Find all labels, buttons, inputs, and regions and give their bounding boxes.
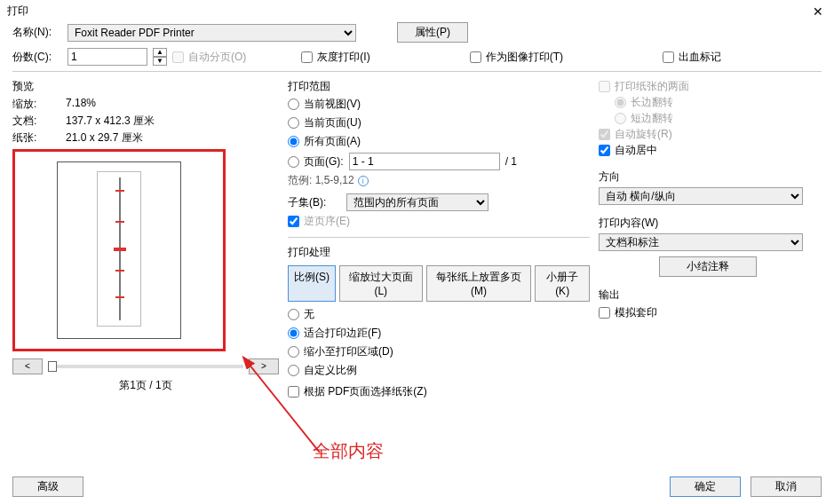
long-edge-radio: 长边翻转	[615, 95, 673, 110]
none-radio[interactable]: 无	[288, 307, 314, 322]
auto-center-checkbox[interactable]: 自动居中	[599, 143, 657, 158]
ok-button[interactable]: 确定	[670, 476, 741, 497]
current-page-radio[interactable]: 当前页面(U)	[288, 115, 361, 130]
handling-title: 打印处理	[288, 245, 590, 260]
content-select[interactable]: 文档和标注	[599, 233, 803, 251]
simulate-overprint-checkbox[interactable]: 模拟套印	[599, 305, 657, 320]
output-title: 输出	[599, 287, 816, 303]
close-icon[interactable]: ✕	[809, 4, 827, 19]
next-page-button[interactable]: >	[249, 358, 279, 374]
info-icon[interactable]: i	[358, 176, 369, 186]
doc-label: 文档:	[12, 114, 66, 129]
copies-down-icon[interactable]: ▼	[153, 57, 167, 66]
all-pages-radio[interactable]: 所有页面(A)	[288, 134, 361, 149]
orientation-title: 方向	[599, 169, 816, 185]
advanced-button[interactable]: 高级	[12, 476, 83, 497]
total-pages: / 1	[505, 155, 517, 168]
copies-input[interactable]	[68, 48, 147, 66]
reverse-checkbox[interactable]: 逆页序(E)	[288, 214, 350, 229]
window-title: 打印	[7, 4, 28, 19]
zoom-label: 缩放:	[12, 97, 66, 112]
bleed-checkbox[interactable]: 出血标记	[663, 50, 721, 65]
summarize-button[interactable]: 小结注释	[659, 256, 757, 277]
collate-checkbox: 自动分页(O)	[172, 50, 246, 65]
copies-up-icon[interactable]: ▲	[153, 48, 167, 57]
cancel-button[interactable]: 取消	[751, 476, 822, 497]
short-edge-radio: 短边翻转	[615, 111, 673, 126]
doc-value: 137.7 x 412.3 厘米	[66, 114, 279, 129]
scale-tab[interactable]: 比例(S)	[288, 265, 336, 302]
subset-select[interactable]: 范围内的所有页面	[346, 193, 488, 211]
current-view-radio[interactable]: 当前视图(V)	[288, 97, 361, 112]
as-image-checkbox[interactable]: 作为图像打印(T)	[470, 50, 563, 65]
paper-value: 21.0 x 29.7 厘米	[66, 130, 279, 146]
multipage-tab[interactable]: 每张纸上放置多页(M)	[426, 265, 532, 302]
pages-input[interactable]	[349, 153, 500, 170]
page-counter: 第1页 / 1页	[12, 378, 279, 393]
fit-radio[interactable]: 适合打印边距(F)	[288, 326, 381, 341]
content-title: 打印内容(W)	[599, 216, 816, 231]
page-slider[interactable]	[48, 365, 243, 368]
grayscale-checkbox[interactable]: 灰度打印(I)	[301, 50, 369, 65]
prev-page-button[interactable]: <	[12, 358, 43, 374]
orientation-select[interactable]: 自动 横向/纵向	[599, 187, 803, 205]
subset-label: 子集(B):	[288, 195, 341, 210]
range-title: 打印范围	[288, 79, 590, 94]
zoom-value: 7.18%	[66, 97, 279, 112]
printer-select[interactable]: Foxit Reader PDF Printer	[68, 24, 356, 42]
choose-paper-checkbox[interactable]: 根据 PDF页面选择纸张(Z)	[288, 384, 427, 399]
preview-thumbnail	[12, 149, 226, 351]
copies-label: 份数(C):	[12, 50, 62, 65]
oversize-tab[interactable]: 缩放过大页面(L)	[339, 265, 423, 302]
printer-name-label: 名称(N):	[12, 25, 62, 40]
auto-rotate-checkbox: 自动旋转(R)	[599, 127, 672, 142]
properties-button[interactable]: 属性(P)	[397, 22, 468, 43]
booklet-tab[interactable]: 小册子(K)	[535, 265, 590, 302]
annotation-text: 全部内容	[313, 439, 384, 463]
pages-hint: 范例: 1,5-9,12i	[288, 173, 590, 188]
shrink-radio[interactable]: 缩小至打印区域(D)	[288, 344, 393, 359]
custom-radio[interactable]: 自定义比例	[288, 363, 357, 378]
paper-label: 纸张:	[12, 130, 66, 146]
both-sides-checkbox: 打印纸张的两面	[599, 79, 689, 94]
preview-title: 预览	[12, 79, 279, 94]
pages-radio[interactable]: 页面(G):	[288, 154, 344, 169]
